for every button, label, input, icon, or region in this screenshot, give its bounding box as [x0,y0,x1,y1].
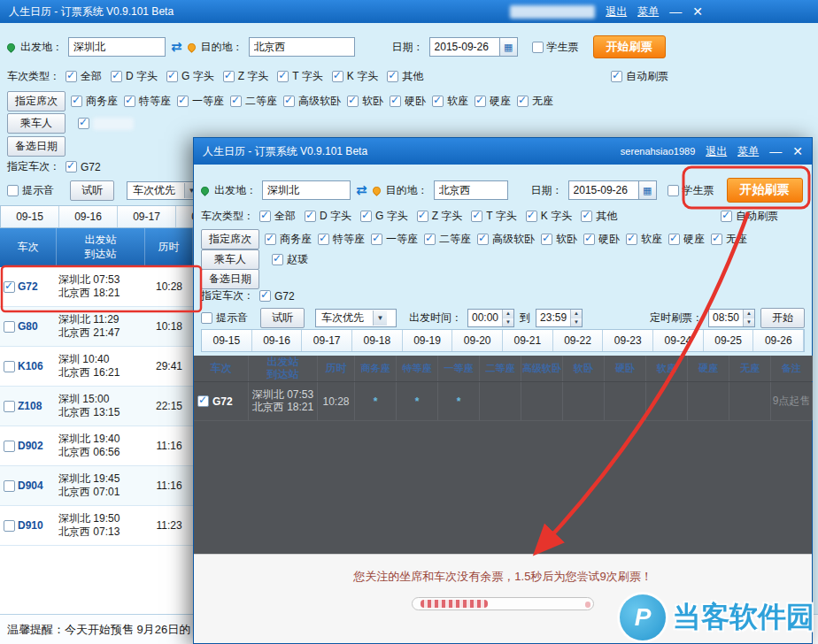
close-button[interactable]: ✕ [692,5,703,18]
checkbox[interactable] [360,211,372,222]
checkbox[interactable] [166,71,178,82]
seat-checkbox[interactable]: 一等座 [371,232,418,247]
checkbox[interactable] [332,71,343,82]
date-tab[interactable]: 09-20 [452,330,503,351]
train-type-checkbox[interactable]: Z 字头 [417,209,463,224]
checkbox[interactable] [517,96,529,107]
seat-checkbox[interactable]: 商务座 [265,232,312,247]
auto-refresh-checkbox[interactable]: 自动刷票 [721,209,778,224]
spinner-down-icon[interactable]: ▼ [744,318,754,327]
table-row[interactable]: G72 深圳北 07:53 北京西 18:21 10:28 *** 9点起售 [194,382,812,421]
logout-link[interactable]: 退出 [606,4,627,19]
checkbox[interactable] [417,211,428,222]
train-type-checkbox[interactable]: T 字头 [277,69,322,84]
row-checkbox[interactable] [4,480,15,492]
date-tab[interactable]: 09-22 [553,330,604,351]
alt-date-button[interactable]: 备选日期 [7,136,66,157]
checkbox[interactable] [526,211,537,222]
checkbox[interactable] [111,71,122,82]
train-type-checkbox[interactable]: 全部 [259,209,296,224]
row-checkbox[interactable] [4,441,15,452]
date-tab[interactable]: 09-16 [252,330,303,351]
checkbox[interactable] [201,312,212,324]
train-number-checkbox[interactable]: G72 [259,290,295,303]
seat-checkbox[interactable]: 软卧 [347,94,383,109]
row-checkbox[interactable] [4,401,15,412]
swap-icon[interactable]: ⇄ [356,182,367,198]
checkbox[interactable] [259,290,271,302]
date-tab[interactable]: 09-19 [403,330,453,351]
spinner-up-icon[interactable]: ▲ [571,310,582,318]
spinner-up-icon[interactable]: ▲ [744,310,754,318]
checkbox[interactable] [611,71,622,82]
passenger-button[interactable]: 乘车人 [7,113,66,134]
checkbox[interactable] [581,211,592,222]
checkbox[interactable] [277,71,289,82]
spinner-down-icon[interactable]: ▼ [503,318,513,327]
listen-button[interactable]: 试听 [260,308,305,328]
checkbox[interactable] [668,234,680,245]
destination-input[interactable] [249,37,355,57]
minimize-button[interactable]: — [769,145,782,157]
row-checkbox[interactable] [4,361,15,372]
seat-checkbox[interactable]: 二等座 [424,232,471,247]
checkbox[interactable] [711,234,722,245]
seat-checkbox[interactable]: 商务座 [71,94,118,109]
date-tab[interactable]: 09-25 [704,330,754,351]
checkbox[interactable] [265,234,276,245]
date-tab[interactable]: 09-16 [59,206,118,227]
time-from-spinner[interactable]: 00:00 ▲▼ [467,309,514,327]
train-type-checkbox[interactable]: K 字头 [332,69,378,84]
checkbox[interactable] [66,161,77,172]
date-tab[interactable]: 09-17 [118,206,176,227]
departure-input[interactable] [68,37,166,57]
checkbox[interactable] [347,96,359,107]
seat-checkbox[interactable]: 特等座 [124,94,171,109]
spinner-down-icon[interactable]: ▼ [571,318,582,327]
seat-checkbox[interactable]: 二等座 [230,94,277,109]
priority-select[interactable]: 车次优先 ▼ [315,309,397,327]
checkbox[interactable] [259,211,271,222]
checkbox[interactable] [477,234,489,245]
checkbox[interactable] [387,71,398,82]
passenger-checkbox[interactable]: 赵瑗 [272,252,308,267]
time-to-spinner[interactable]: 23:59 ▲▼ [536,309,583,327]
checkbox[interactable] [532,42,544,53]
student-ticket-checkbox[interactable]: 学生票 [532,40,579,55]
seat-select-button[interactable]: 指定席次 [201,229,259,249]
seat-checkbox[interactable]: 高级软卧 [283,94,341,109]
checkbox[interactable] [177,96,189,107]
checkbox[interactable] [390,96,401,107]
date-tab[interactable]: 09-23 [603,330,653,351]
train-type-checkbox[interactable]: K 字头 [526,209,572,224]
checkbox[interactable] [371,234,382,245]
seat-checkbox[interactable]: 硬座 [475,94,511,109]
minimize-button[interactable]: — [669,5,682,18]
date-input[interactable] [429,37,500,57]
checkbox[interactable] [318,234,329,245]
checkbox[interactable] [223,71,235,82]
row-checkbox[interactable] [4,321,15,333]
spinner-up-icon[interactable]: ▲ [503,310,513,318]
logout-link[interactable]: 退出 [706,144,727,159]
seat-checkbox[interactable]: 硬座 [668,232,705,247]
seat-checkbox[interactable]: 无座 [517,94,553,109]
train-type-checkbox[interactable]: D 字头 [111,69,158,84]
menu-link[interactable]: 菜单 [637,4,659,19]
date-tab[interactable]: 09-24 [653,330,704,351]
passenger-button[interactable]: 乘车人 [201,249,259,270]
checkbox[interactable] [721,211,732,222]
train-type-checkbox[interactable]: 全部 [66,69,102,84]
seat-checkbox[interactable]: 软座 [626,232,662,247]
checkbox[interactable] [305,211,316,222]
auto-refresh-checkbox[interactable]: 自动刷票 [611,69,668,84]
seat-select-button[interactable]: 指定席次 [7,91,66,111]
row-checkbox[interactable] [4,281,15,293]
row-checkbox[interactable] [4,520,15,532]
checkbox[interactable] [668,185,679,196]
train-type-checkbox[interactable]: D 字头 [305,209,351,224]
start-refresh-button[interactable]: 开始刷票 [593,35,666,58]
date-tab[interactable]: 09-15 [202,330,252,351]
seat-checkbox[interactable]: 无座 [711,232,747,247]
checkbox[interactable] [283,96,295,107]
